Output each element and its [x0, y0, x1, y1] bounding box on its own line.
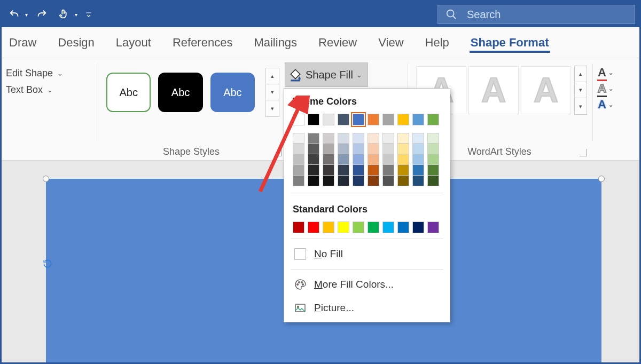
theme-color-swatch[interactable] — [308, 114, 319, 125]
theme-tint-swatch[interactable] — [293, 176, 304, 186]
shape-styles-dialog-launcher[interactable] — [274, 149, 282, 156]
theme-tint-swatch[interactable] — [397, 154, 409, 165]
resize-handle-nw[interactable] — [43, 176, 49, 182]
theme-color-swatch[interactable] — [353, 114, 364, 125]
theme-tint-swatch[interactable] — [382, 165, 394, 176]
undo-dropdown-icon[interactable]: ▾ — [25, 12, 28, 18]
standard-color-swatch[interactable] — [397, 221, 409, 233]
theme-tint-swatch[interactable] — [397, 165, 409, 176]
theme-tint-swatch[interactable] — [427, 176, 439, 186]
standard-color-swatch[interactable] — [368, 221, 379, 233]
standard-color-swatch[interactable] — [353, 221, 364, 233]
theme-tint-swatch[interactable] — [338, 165, 349, 176]
theme-tint-swatch[interactable] — [308, 133, 319, 144]
theme-color-swatch[interactable] — [293, 114, 304, 125]
edit-shape-button[interactable]: Edit Shape ⌄ — [6, 68, 93, 79]
tab-draw[interactable]: Draw — [8, 33, 37, 53]
theme-tint-swatch[interactable] — [427, 154, 439, 165]
theme-tint-swatch[interactable] — [338, 133, 349, 144]
text-outline-button[interactable]: A⌄ — [598, 82, 638, 96]
wordart-styles-dialog-launcher[interactable] — [580, 149, 587, 156]
tab-references[interactable]: References — [171, 33, 234, 53]
theme-tint-swatch[interactable] — [323, 133, 334, 144]
resize-handle-ne[interactable] — [598, 176, 605, 182]
theme-tint-swatch[interactable] — [412, 176, 424, 186]
theme-tint-swatch[interactable] — [382, 144, 394, 154]
theme-color-swatch[interactable] — [412, 114, 424, 125]
theme-color-swatch[interactable] — [323, 114, 334, 125]
standard-color-swatch[interactable] — [308, 221, 319, 233]
theme-tint-swatch[interactable] — [368, 144, 379, 154]
theme-tint-swatch[interactable] — [427, 133, 439, 144]
standard-color-swatch[interactable] — [323, 221, 334, 233]
tab-mailings[interactable]: Mailings — [253, 33, 298, 53]
theme-tint-swatch[interactable] — [338, 154, 349, 165]
search-box[interactable]: Search — [437, 5, 635, 24]
tab-layout[interactable]: Layout — [115, 33, 152, 53]
theme-tint-swatch[interactable] — [308, 165, 319, 176]
touch-mode-button[interactable] — [56, 6, 73, 23]
theme-tint-swatch[interactable] — [368, 154, 379, 165]
theme-tint-swatch[interactable] — [338, 144, 349, 154]
shape-style-preset-3[interactable]: Abc — [210, 73, 255, 112]
theme-color-swatch[interactable] — [397, 114, 409, 125]
text-fill-button[interactable]: A⌄ — [598, 66, 638, 80]
theme-tint-swatch[interactable] — [323, 165, 334, 176]
theme-tint-swatch[interactable] — [412, 133, 424, 144]
wordart-preset-2[interactable]: A — [468, 66, 519, 114]
theme-color-swatch[interactable] — [427, 114, 439, 125]
theme-tint-swatch[interactable] — [397, 176, 409, 186]
touch-dropdown-icon[interactable]: ▾ — [75, 12, 77, 18]
theme-tint-swatch[interactable] — [412, 144, 424, 154]
theme-tint-swatch[interactable] — [368, 176, 379, 186]
shape-style-preset-2[interactable]: Abc — [158, 73, 202, 112]
gallery-scroll-down-button[interactable]: ▾ — [266, 84, 279, 100]
wordart-preset-3[interactable]: A — [521, 66, 571, 114]
no-fill-item[interactable]: No Fill — [284, 242, 450, 266]
theme-tint-swatch[interactable] — [412, 154, 424, 165]
redo-button[interactable] — [33, 6, 50, 23]
text-effects-button[interactable]: A⌄ — [598, 98, 638, 112]
theme-tint-swatch[interactable] — [397, 144, 409, 154]
gallery-scroll-up-button[interactable]: ▴ — [266, 68, 279, 84]
theme-tint-swatch[interactable] — [308, 154, 319, 165]
theme-tint-swatch[interactable] — [323, 176, 334, 186]
tab-shape-format[interactable]: Shape Format — [470, 33, 550, 53]
standard-color-swatch[interactable] — [412, 221, 424, 233]
theme-tint-swatch[interactable] — [353, 133, 364, 144]
theme-tint-swatch[interactable] — [323, 154, 334, 165]
theme-tint-swatch[interactable] — [397, 133, 409, 144]
shape-style-preset-1[interactable]: Abc — [106, 73, 151, 112]
undo-button[interactable] — [6, 6, 23, 23]
shape-fill-button[interactable]: Shape Fill ⌄ — [285, 62, 368, 87]
rotate-handle[interactable] — [43, 259, 52, 268]
theme-tint-swatch[interactable] — [308, 176, 319, 186]
theme-tint-swatch[interactable] — [293, 154, 304, 165]
theme-tint-swatch[interactable] — [382, 133, 394, 144]
theme-tint-swatch[interactable] — [353, 176, 364, 186]
tab-design[interactable]: Design — [57, 33, 95, 53]
theme-tint-swatch[interactable] — [323, 144, 334, 154]
tab-review[interactable]: Review — [317, 33, 358, 53]
theme-tint-swatch[interactable] — [293, 133, 304, 144]
gallery-expand-button[interactable]: ▾ — [266, 100, 279, 116]
theme-tint-swatch[interactable] — [427, 144, 439, 154]
theme-tint-swatch[interactable] — [412, 165, 424, 176]
text-box-button[interactable]: Text Box ⌄ — [6, 84, 93, 96]
theme-tint-swatch[interactable] — [368, 133, 379, 144]
theme-tint-swatch[interactable] — [338, 176, 349, 186]
customize-qat-button[interactable] — [83, 6, 95, 23]
theme-tint-swatch[interactable] — [353, 154, 364, 165]
theme-tint-swatch[interactable] — [308, 144, 319, 154]
theme-color-swatch[interactable] — [338, 114, 349, 125]
gallery-expand-button[interactable]: ▾ — [575, 98, 587, 114]
theme-tint-swatch[interactable] — [293, 144, 304, 154]
theme-tint-swatch[interactable] — [427, 165, 439, 176]
theme-tint-swatch[interactable] — [293, 165, 304, 176]
gallery-scroll-up-button[interactable]: ▴ — [575, 66, 587, 82]
theme-tint-swatch[interactable] — [382, 176, 394, 186]
theme-tint-swatch[interactable] — [353, 144, 364, 154]
standard-color-swatch[interactable] — [382, 221, 394, 233]
tab-help[interactable]: Help — [424, 33, 450, 53]
tab-view[interactable]: View — [377, 33, 404, 53]
